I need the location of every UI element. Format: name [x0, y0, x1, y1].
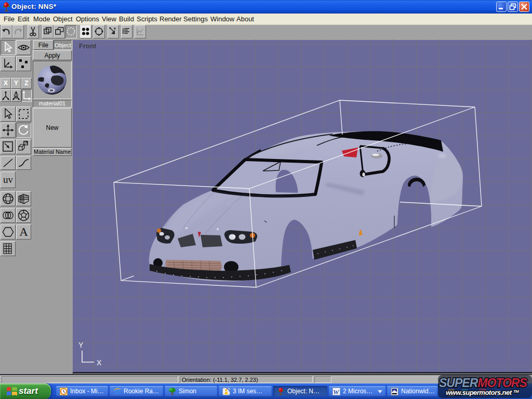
svg-text:W: W [333, 388, 340, 396]
svg-text:X: X [97, 358, 102, 367]
svg-text:Y: Y [78, 341, 84, 349]
